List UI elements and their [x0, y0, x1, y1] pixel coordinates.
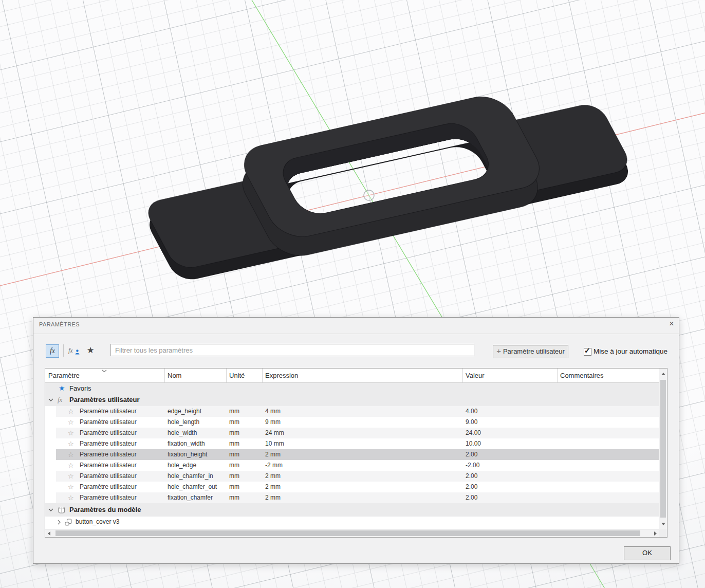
scroll-up-icon[interactable]: [661, 373, 665, 375]
filter-input[interactable]: [110, 344, 474, 356]
star-icon[interactable]: ☆: [68, 406, 74, 417]
parameter-unit: mm: [229, 460, 239, 471]
column-divider: [557, 369, 558, 382]
parameter-name[interactable]: fixation_width: [168, 438, 205, 449]
parameter-row[interactable]: ☆ Paramètre utilisateur fixation_height …: [45, 449, 659, 460]
parameter-value: -2.00: [466, 460, 479, 471]
filter-user-parameters-button[interactable]: fx: [67, 344, 84, 357]
parameters-table: Paramètre Nom Unité Expression Valeur Co…: [45, 368, 667, 538]
vertical-scrollbar[interactable]: [659, 369, 667, 529]
model-parameters-group-row[interactable]: Paramètres du modèle: [45, 503, 659, 517]
column-divider: [462, 369, 463, 382]
header-parametre[interactable]: Paramètre: [48, 369, 80, 382]
parameter-row[interactable]: ☆ Paramètre utilisateur hole_chamfer_out…: [45, 482, 659, 492]
header-expression[interactable]: Expression: [265, 369, 298, 382]
star-icon[interactable]: ☆: [68, 492, 74, 503]
dialog-divider: [33, 334, 679, 334]
toolbar-divider: [63, 344, 64, 357]
parameter-expression[interactable]: 2 mm: [265, 449, 281, 460]
table-header[interactable]: Paramètre Nom Unité Expression Valeur Co…: [45, 369, 659, 383]
scroll-left-icon[interactable]: [48, 531, 50, 536]
scroll-right-icon[interactable]: [654, 531, 657, 536]
check-icon: ✓: [584, 346, 590, 355]
vertical-scrollbar-thumb[interactable]: [660, 380, 666, 518]
star-icon[interactable]: ☆: [68, 471, 74, 482]
parameter-row[interactable]: ☆ Paramètre utilisateur edge_height mm 4…: [45, 406, 659, 417]
parameter-type: Paramètre utilisateur: [80, 449, 137, 460]
parameter-value: 2.00: [466, 482, 477, 492]
parameter-value: 10.00: [466, 438, 481, 449]
column-divider: [164, 369, 165, 382]
parameter-row[interactable]: ☆ Paramètre utilisateur fixation_chamfer…: [45, 492, 659, 503]
star-icon[interactable]: ☆: [68, 438, 74, 449]
header-unite[interactable]: Unité: [229, 369, 245, 382]
parameter-row[interactable]: ☆ Paramètre utilisateur hole_length mm 9…: [45, 417, 659, 428]
horizontal-scrollbar-thumb[interactable]: [55, 530, 640, 536]
auto-update-label: Mise à jour automatique: [593, 347, 667, 355]
user-parameters-group-label: Paramètres utilisateur: [69, 394, 140, 406]
auto-update-checkbox[interactable]: ✓: [584, 348, 591, 356]
parameter-expression[interactable]: 9 mm: [265, 417, 281, 428]
chevron-right-icon[interactable]: [57, 520, 61, 525]
fx-icon: fx: [68, 347, 73, 354]
add-user-parameter-label: Paramètre utilisateur: [503, 347, 565, 355]
parameter-expression[interactable]: 2 mm: [265, 471, 281, 482]
model-item-row[interactable]: button_cover v3: [45, 517, 659, 527]
parameter-row[interactable]: ☆ Paramètre utilisateur hole_edge mm -2 …: [45, 460, 659, 471]
cube-icon: [58, 506, 66, 514]
parameter-name[interactable]: hole_chamfer_out: [168, 482, 217, 492]
parameter-row[interactable]: ☆ Paramètre utilisateur fixation_width m…: [45, 438, 659, 449]
parameter-name[interactable]: hole_edge: [168, 460, 196, 471]
ok-button[interactable]: OK: [624, 546, 671, 560]
parameter-type: Paramètre utilisateur: [80, 406, 137, 417]
parameter-unit: mm: [229, 449, 239, 460]
parameter-unit: mm: [229, 428, 239, 438]
column-divider: [262, 369, 263, 382]
star-icon[interactable]: ☆: [68, 449, 74, 460]
model-parameters-group-label: Paramètres du modèle: [69, 503, 141, 517]
parameter-expression[interactable]: 2 mm: [265, 492, 281, 503]
star-icon[interactable]: ☆: [68, 428, 74, 438]
parameter-expression[interactable]: 10 mm: [265, 438, 284, 449]
scroll-down-icon[interactable]: [661, 523, 665, 525]
parameter-name[interactable]: fixation_chamfer: [168, 492, 213, 503]
parameter-name[interactable]: hole_length: [168, 417, 199, 428]
chevron-down-icon[interactable]: [48, 508, 53, 512]
parameter-expression[interactable]: -2 mm: [265, 460, 283, 471]
star-icon[interactable]: ☆: [68, 460, 74, 471]
chevron-down-icon[interactable]: [48, 398, 53, 402]
favorites-row[interactable]: ★ Favoris: [45, 383, 659, 394]
parameter-name[interactable]: hole_chamfer_in: [168, 471, 213, 482]
parameter-unit: mm: [229, 406, 239, 417]
parameter-expression[interactable]: 24 mm: [265, 428, 284, 438]
parameter-row[interactable]: ☆ Paramètre utilisateur hole_width mm 24…: [45, 428, 659, 438]
user-parameters-group-row[interactable]: fx Paramètres utilisateur: [45, 394, 659, 406]
parameter-unit: mm: [229, 438, 239, 449]
parameter-value: 4.00: [466, 406, 477, 417]
header-valeur[interactable]: Valeur: [466, 369, 485, 382]
filter-favorites-button[interactable]: ★: [85, 344, 96, 357]
header-commentaires[interactable]: Commentaires: [560, 369, 604, 382]
part-button-cover[interactable]: [142, 91, 635, 283]
parameter-type: Paramètre utilisateur: [80, 428, 137, 438]
star-icon[interactable]: ☆: [68, 417, 74, 428]
parameter-name[interactable]: fixation_height: [168, 449, 207, 460]
dialog-title: PARAMÈTRES: [39, 321, 80, 327]
parameter-value: 24.00: [466, 428, 481, 438]
parameter-expression[interactable]: 4 mm: [265, 406, 281, 417]
parameter-name[interactable]: hole_width: [168, 428, 197, 438]
header-nom[interactable]: Nom: [168, 369, 181, 382]
column-divider: [226, 369, 227, 382]
favorites-label: Favoris: [69, 383, 91, 394]
add-user-parameter-button[interactable]: +Paramètre utilisateur: [493, 345, 568, 358]
parameter-name[interactable]: edge_height: [168, 406, 201, 417]
filter-all-parameters-button[interactable]: fx: [46, 344, 59, 358]
parameter-value: 2.00: [466, 471, 477, 482]
close-icon[interactable]: ×: [666, 319, 677, 329]
parameter-row[interactable]: ☆ Paramètre utilisateur hole_chamfer_in …: [45, 471, 659, 482]
table-rows: ★ Favoris fx Paramètres utilisateur ☆: [45, 383, 659, 529]
horizontal-scrollbar[interactable]: [45, 529, 659, 537]
parameter-expression[interactable]: 2 mm: [265, 482, 281, 492]
parameter-type: Paramètre utilisateur: [80, 482, 137, 492]
star-icon[interactable]: ☆: [68, 482, 74, 492]
